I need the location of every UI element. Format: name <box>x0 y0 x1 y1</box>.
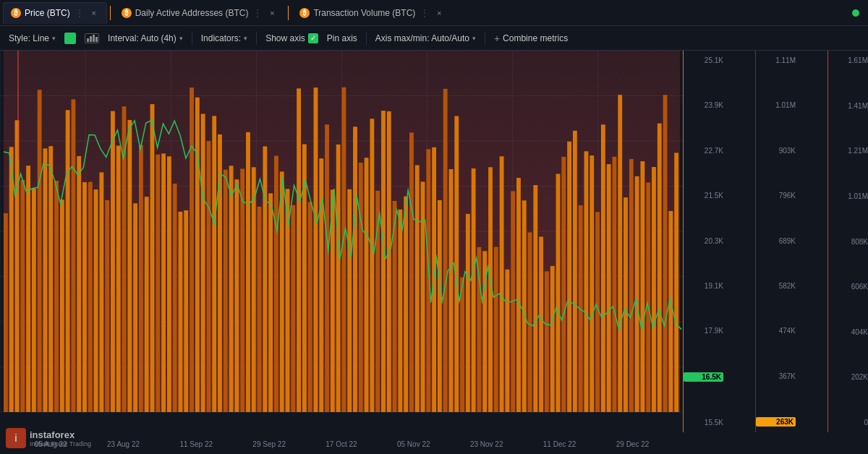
tab-label-1: Price (BTC) <box>25 8 70 18</box>
y-right-7: 202K <box>828 373 868 381</box>
show-axis-label: Show axis <box>265 33 305 43</box>
x-axis: 05 Aug 22 23 Aug 22 11 Sep 22 29 Sep 22 … <box>0 434 684 454</box>
y-mid-2: 903K <box>756 147 796 155</box>
btc-icon-2: ₿ <box>122 8 132 18</box>
interval-chevron: ▾ <box>179 35 183 42</box>
tabs-bar: ₿ Price (BTC) ⋮ × ₿ Daily Active Address… <box>0 0 868 26</box>
tab-close-3[interactable]: × <box>434 8 444 18</box>
btc-icon-1: ₿ <box>11 8 21 18</box>
x-label-8: 29 Dec 22 <box>616 440 650 448</box>
x-label-5: 05 Nov 22 <box>397 440 430 448</box>
interval-label: Interval: Auto (4h) <box>108 33 176 43</box>
toolbar: Style: Line ▾ Interval: Auto (4h) ▾ Indi… <box>0 26 868 51</box>
toolbar-sep-1 <box>192 32 192 45</box>
svg-rect-2 <box>93 35 95 42</box>
x-label-6: 23 Nov 22 <box>470 440 503 448</box>
axis-maxmin-selector[interactable]: Axis max/min: Auto/Auto ▾ <box>375 33 476 43</box>
y-right-4: 808K <box>828 238 868 246</box>
x-label-4: 17 Oct 22 <box>326 440 357 448</box>
logo: i instaforex Instant Forex Trading <box>6 428 91 448</box>
y-mid-7: 367K <box>756 372 796 380</box>
y-left-0: 25.1K <box>684 56 723 64</box>
y-right-2: 1.21M <box>828 147 868 155</box>
color-picker[interactable] <box>64 33 76 44</box>
y-left-8: 15.5K <box>684 419 723 427</box>
connection-indicator <box>852 9 859 17</box>
show-axis-toggle[interactable]: Show axis ✓ <box>265 33 318 43</box>
y-axis-mid: 1.11M 1.01M 903K 796K 689K 582K 474K 367… <box>756 51 796 432</box>
style-label: Style: Line <box>9 33 49 43</box>
logo-text: instaforex Instant Forex Trading <box>30 429 91 447</box>
y-right-1: 1.41M <box>828 102 868 110</box>
plus-icon: + <box>494 33 500 44</box>
y-mid-5: 582K <box>756 282 796 290</box>
interval-icon <box>85 33 99 43</box>
y-mid-highlighted: 263K <box>756 417 796 427</box>
pin-axis-item[interactable]: Pin axis <box>327 33 357 43</box>
tab-divider-2 <box>288 6 289 20</box>
combine-metrics-button[interactable]: + Combine metrics <box>494 33 568 44</box>
y-mid-6: 474K <box>756 327 796 335</box>
y-right-3: 1.01M <box>828 192 868 200</box>
indicators-selector[interactable]: Indicators: ▾ <box>201 33 247 43</box>
toolbar-sep-3 <box>366 32 367 45</box>
y-mid-1: 1.01M <box>756 101 796 109</box>
tab-divider-1 <box>110 6 111 20</box>
y-left-5: 19.1K <box>684 282 723 290</box>
y-left-1: 23.9K <box>684 101 723 109</box>
indicators-chevron: ▾ <box>244 35 247 42</box>
combine-label: Combine metrics <box>503 33 568 43</box>
y-left-6: 17.9K <box>684 327 723 335</box>
tab-sep-2: ⋮ <box>253 8 262 18</box>
x-label-1: 23 Aug 22 <box>107 440 140 448</box>
toolbar-sep-2 <box>256 32 257 45</box>
axis-maxmin-label: Axis max/min: Auto/Auto <box>375 33 469 43</box>
svg-rect-0 <box>87 38 89 42</box>
tab-close-2[interactable]: × <box>267 8 277 18</box>
y-left-4: 20.3K <box>684 237 723 245</box>
style-selector[interactable]: Style: Line ▾ <box>9 33 56 43</box>
y-right-5: 606K <box>828 283 868 291</box>
tab-daily-active[interactable]: ₿ Daily Active Addresses (BTC) ⋮ × <box>114 2 286 24</box>
y-mid-3: 796K <box>756 192 796 200</box>
main-chart <box>0 51 684 434</box>
tab-price-btc[interactable]: ₿ Price (BTC) ⋮ × <box>3 2 107 24</box>
chart-area: 25.1K 23.9K 22.7K 21.5K 20.3K 19.1K 17.9… <box>0 51 868 454</box>
chart-type-icon <box>86 34 98 42</box>
x-label-7: 11 Dec 22 <box>543 440 576 448</box>
btc-icon-3: ₿ <box>299 8 310 18</box>
style-chevron: ▾ <box>52 35 56 42</box>
x-label-2: 11 Sep 22 <box>179 440 213 448</box>
tab-label-3: Transaction Volume (BTC) <box>313 8 415 18</box>
y-right-0: 1.61M <box>828 56 868 64</box>
x-label-3: 29 Sep 22 <box>252 440 286 448</box>
y-right-6: 404K <box>828 328 868 336</box>
y-left-2: 22.7K <box>684 147 723 155</box>
tab-label-2: Daily Active Addresses (BTC) <box>135 8 249 18</box>
tab-sep-3: ⋮ <box>420 8 429 18</box>
logo-name: instaforex <box>30 429 91 440</box>
toolbar-sep-4 <box>485 32 485 45</box>
tab-sep-1: ⋮ <box>75 8 84 18</box>
tab-transaction-volume[interactable]: ₿ Transaction Volume (BTC) ⋮ × <box>292 2 452 24</box>
indicators-label: Indicators: <box>201 33 241 43</box>
show-axis-checkbox[interactable]: ✓ <box>308 33 318 43</box>
y-mid-0: 1.11M <box>756 56 796 64</box>
y-axis-left: 25.1K 23.9K 22.7K 21.5K 20.3K 19.1K 17.9… <box>684 51 723 432</box>
svg-rect-1 <box>90 36 92 42</box>
y-left-3: 21.5K <box>684 192 723 200</box>
y-mid-4: 689K <box>756 237 796 245</box>
logo-mark: i <box>6 428 26 448</box>
pin-axis-label: Pin axis <box>327 33 357 43</box>
y-axis-right: 1.61M 1.41M 1.21M 1.01M 808K 606K 404K 2… <box>828 51 868 432</box>
interval-selector[interactable]: Interval: Auto (4h) ▾ <box>108 33 183 43</box>
y-left-highlighted: 16.5K <box>684 372 723 382</box>
axismm-chevron: ▾ <box>472 35 476 42</box>
tab-close-1[interactable]: × <box>89 8 99 18</box>
svg-rect-3 <box>95 37 98 42</box>
logo-tagline: Instant Forex Trading <box>30 440 91 447</box>
y-right-8: 0 <box>828 419 868 427</box>
